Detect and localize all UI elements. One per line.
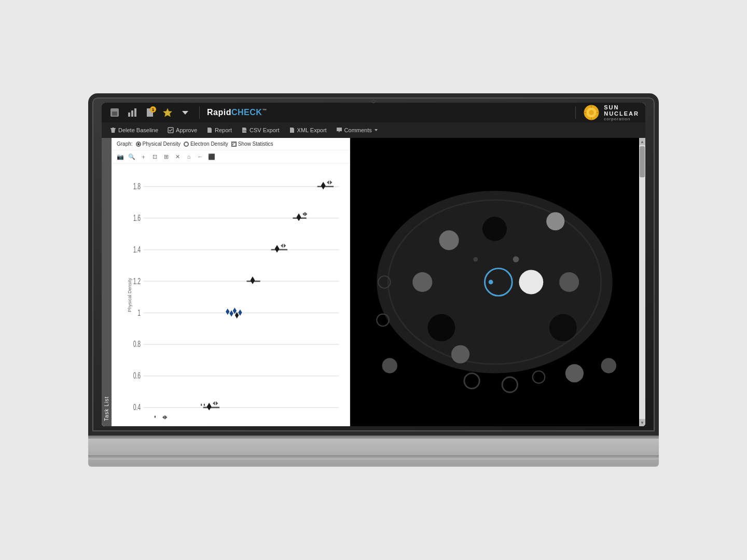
svg-point-63	[412, 272, 432, 292]
svg-text:◂▸: ◂▸	[281, 241, 286, 250]
svg-point-61	[482, 217, 507, 241]
svg-point-80	[473, 257, 478, 262]
star-icon[interactable]	[161, 106, 174, 119]
svg-text:1: 1	[137, 307, 141, 317]
svg-point-79	[513, 256, 519, 262]
svg-rect-3	[131, 110, 133, 117]
svg-rect-1	[112, 111, 117, 116]
svg-text:◂▸: ◂▸	[162, 412, 168, 421]
file-icon[interactable]: 1	[143, 106, 157, 119]
electron-density-radio[interactable]: Electron Density	[184, 141, 228, 147]
expand-icon[interactable]: ⊞	[161, 152, 171, 161]
screen-bezel: 1 RapidCHECK™	[102, 103, 645, 426]
chart-svg: 1.8 1.6 1.4 1.2 1 0.8 0.6 0.4	[127, 169, 344, 421]
dropdown-icon[interactable]	[178, 106, 192, 119]
scroll-down-arrow[interactable]: ▼	[639, 419, 645, 426]
sun-nuclear-logo-icon	[583, 104, 600, 121]
task-list-tab[interactable]: Task List	[102, 138, 112, 426]
svg-point-64	[428, 314, 455, 342]
back-icon[interactable]: ←	[196, 152, 205, 161]
laptop-base	[88, 436, 659, 467]
svg-text:CSV: CSV	[243, 130, 247, 132]
chart-toolbar: 📷 🔍 ＋ ⊡ ⊞ ✕ ⌂ ← ⬛	[112, 150, 350, 163]
physical-density-radio[interactable]: Physical Density	[136, 141, 181, 147]
logo-area: SUN NUCLEAR corporation	[572, 104, 639, 121]
company-name: SUN NUCLEAR corporation	[604, 104, 639, 121]
close-chart-icon[interactable]: ✕	[173, 152, 182, 161]
svg-point-65	[451, 345, 469, 363]
chart-icon[interactable]	[126, 106, 139, 119]
camera	[372, 100, 376, 103]
svg-text:◂▸: ◂▸	[302, 209, 308, 218]
notification-badge: 1	[150, 106, 156, 113]
svg-rect-2	[128, 113, 130, 117]
svg-rect-45	[251, 276, 255, 284]
action-bar: Delete Baseline Approve Report CSV CSV E…	[102, 122, 645, 138]
xml-export-button[interactable]: XML Export	[285, 125, 331, 135]
phantom-image-panel	[350, 138, 639, 426]
chart-area: Physical Density	[112, 163, 350, 426]
svg-marker-18	[375, 129, 378, 131]
graph-options-bar: Graph: Physical Density Electron Density	[112, 138, 350, 150]
electron-density-radio-button[interactable]	[184, 142, 189, 147]
svg-point-72	[601, 358, 616, 373]
camera-tool-icon[interactable]: 📷	[116, 152, 125, 161]
plus-icon[interactable]: ＋	[139, 152, 148, 161]
svg-point-78	[519, 270, 543, 295]
svg-text:1.4: 1.4	[133, 244, 141, 254]
svg-rect-39	[297, 214, 301, 221]
fit-icon[interactable]: ⊡	[150, 152, 159, 161]
scroll-thumb[interactable]	[640, 146, 645, 177]
svg-rect-4	[134, 108, 136, 117]
laptop-hinge	[88, 455, 659, 459]
svg-rect-47	[229, 310, 233, 316]
svg-rect-53	[207, 403, 212, 411]
svg-text:•: •	[154, 412, 156, 421]
show-statistics-check[interactable]: ✓	[231, 142, 237, 147]
comments-button[interactable]: Comments	[332, 125, 382, 135]
svg-point-70	[559, 272, 579, 292]
csv-export-button[interactable]: CSV CSV Export	[237, 125, 283, 135]
delete-baseline-button[interactable]: Delete Baseline	[106, 125, 162, 135]
svg-text:0.8: 0.8	[133, 339, 141, 349]
svg-point-9	[589, 110, 594, 115]
svg-text:1.2: 1.2	[133, 276, 141, 286]
svg-text:1.6: 1.6	[133, 213, 141, 222]
svg-rect-42	[275, 245, 280, 253]
svg-point-77	[489, 280, 493, 285]
content-area: Graph: Physical Density Electron Density	[112, 138, 645, 426]
phantom-svg	[350, 138, 639, 426]
svg-point-71	[565, 364, 584, 382]
show-statistics-checkbox[interactable]: ✓ Show Statistics	[231, 141, 273, 147]
main-content: Task List Graph: Physical Density	[102, 138, 645, 426]
screen-content: 1 RapidCHECK™	[102, 103, 645, 426]
scrollbar: ▲ ▼	[639, 138, 645, 426]
top-navbar: 1 RapidCHECK™	[102, 103, 645, 122]
svg-text:◂▸: ◂▸	[213, 398, 218, 408]
y-axis-label: Physical Density	[127, 277, 132, 312]
chart-panel: Graph: Physical Density Electron Density	[112, 138, 350, 426]
forward-icon[interactable]: ⬛	[207, 152, 216, 161]
svg-text:0.6: 0.6	[133, 371, 141, 381]
svg-marker-5	[163, 108, 172, 117]
svg-rect-36	[321, 182, 326, 190]
home-chart-icon[interactable]: ⌂	[184, 152, 193, 161]
svg-marker-6	[182, 111, 188, 115]
nav-divider	[199, 106, 200, 119]
svg-point-60	[546, 212, 564, 230]
approve-button[interactable]: Approve	[163, 125, 201, 135]
scroll-up-arrow[interactable]: ▲	[639, 138, 645, 145]
svg-text:1.8: 1.8	[133, 181, 141, 191]
svg-text:◂▸: ◂▸	[327, 177, 332, 187]
svg-rect-46	[226, 309, 229, 315]
svg-rect-15	[112, 128, 114, 129]
svg-point-73	[382, 358, 397, 373]
home-icon[interactable]	[108, 106, 121, 119]
report-button[interactable]: Report	[202, 125, 236, 135]
zoom-in-icon[interactable]: 🔍	[127, 152, 136, 161]
physical-density-radio-button[interactable]	[136, 142, 141, 147]
laptop-lid: 1 RapidCHECK™	[88, 93, 659, 436]
svg-text:0.4: 0.4	[133, 402, 141, 412]
svg-rect-50	[238, 310, 242, 316]
app-title: RapidCHECK™	[207, 108, 568, 117]
